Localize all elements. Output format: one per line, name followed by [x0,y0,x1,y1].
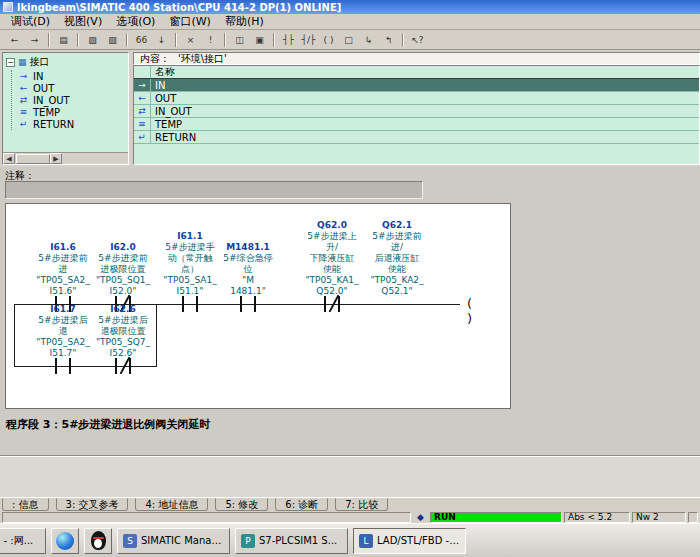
download-icon[interactable]: ↓ [152,31,171,48]
content-header-path: '环境\接口' [178,53,227,64]
contact-nc-icon[interactable]: ┤/├ [299,31,318,48]
output-tab[interactable]: 6: 诊断 [275,498,328,511]
toolbar-separator [273,33,275,47]
taskbar-buttons: SSIMATIC Manag...PS7-PLCSIM1 S...LLAD/ST… [117,528,466,554]
tree-item-in[interactable]: →IN [12,70,128,82]
content-header: 内容： '环境\接口' [133,52,700,65]
output-tab[interactable]: 4: 地址信息 [135,498,208,511]
ladder-contact-no[interactable] [55,358,71,374]
ladder-contact-nc[interactable] [324,296,340,312]
interface-icon: ▦ [18,57,27,67]
interface-tree[interactable]: − ▦ 接口 →IN←OUT⇄IN_OUT≡TEMP↵RETURN ◀ ▶ [2,52,129,165]
column-header-name: 名称 [151,65,175,79]
menu-bar: 调试(D)视图(V)选项(O)窗口(W)帮助(H) [0,14,700,30]
status-spacer [688,512,698,523]
tree-item-in_out[interactable]: ⇄IN_OUT [12,94,128,106]
var-table-body: →IN←OUT⇄IN_OUT≡TEMP↵RETURN [134,79,699,144]
close-branch-icon[interactable]: ↰ [379,31,398,48]
taskbar-button-label: S7-PLCSIM1 S... [259,535,337,546]
var-row-in[interactable]: →IN [134,79,699,92]
scroll-left-icon[interactable]: ◀ [3,153,15,164]
menu-item[interactable]: 帮助(H) [218,14,271,29]
menu-item[interactable]: 调试(D) [4,14,57,29]
temp-param-icon: ≡ [18,107,29,117]
network-indicator: Nw 2 [632,512,686,523]
help-cursor-icon[interactable]: ↖? [408,31,427,48]
tree-item-temp[interactable]: ≡TEMP [12,106,128,118]
var-row-label: IN_OUT [151,106,192,117]
var-row-out[interactable]: ←OUT [134,92,699,105]
network-title: 程序段 3：5#步进梁进退比例阀关闭延时 [6,417,210,432]
abs-indicator: Abs < 5.2 [564,512,630,523]
lad-editor-icon: L [359,534,373,548]
contact-no-icon[interactable]: ┤├ [279,31,298,48]
print-icon[interactable]: ▤ [54,31,73,48]
menu-item[interactable]: 选项(O) [109,14,162,29]
scroll-thumb[interactable] [16,154,50,164]
window-split-icon[interactable]: ◫ [230,31,249,48]
taskbar-button[interactable]: LLAD/STL/FBD - ... [353,528,466,554]
taskbar-button[interactable]: PS7-PLCSIM1 S... [235,528,348,554]
output-tab[interactable]: 7: 比较 [335,498,388,511]
ladder-wire-left-rail [14,304,15,367]
qq-penguin-icon [91,531,106,550]
forward-icon[interactable]: → [25,31,44,48]
plcsim-icon: P [241,534,255,548]
taskbar-button-partial[interactable]: 3 - :网... [0,528,46,554]
ladder-wire-branch [14,366,156,367]
monitor-glasses-icon[interactable]: 66 [132,31,151,48]
output-tab[interactable]: : 信息 [2,498,49,511]
taskbar-button-label: LAD/STL/FBD - ... [377,535,460,546]
ladder-contact-no[interactable] [240,296,256,312]
output-tab[interactable]: 5: 修改 [215,498,268,511]
tree-item-return[interactable]: ↵RETURN [12,118,128,130]
tree-item-out[interactable]: ←OUT [12,82,128,94]
empty-box-icon[interactable]: □ [339,31,358,48]
tree-horizontal-scrollbar[interactable]: ◀ ▶ [3,152,128,164]
var-row-label: RETURN [151,132,196,143]
bottom-tabs: : 信息3: 交叉参考4: 地址信息5: 修改6: 诊断7: 比较 [0,497,700,511]
menu-item[interactable]: 视图(V) [57,14,109,29]
output-tab[interactable]: 3: 交叉参考 [56,498,129,511]
coil-icon[interactable]: ( ) [319,31,338,48]
warning-icon[interactable]: ! [201,31,220,48]
menu-item[interactable]: 窗口(W) [162,14,217,29]
variable-table[interactable]: · 名称 →IN←OUT⇄IN_OUT≡TEMP↵RETURN [133,65,700,165]
output-pane [0,457,700,497]
step7-editor-window: lkingbeam\SIMATIC 400 Station\CPU 414-2 … [0,0,700,557]
return-param-icon: ↵ [18,119,29,129]
qq-icon[interactable] [84,528,112,554]
cpu-run-indicator: RUN [430,512,562,523]
taskbar-button[interactable]: SSIMATIC Manag... [117,528,230,554]
delete-icon[interactable]: × [181,31,200,48]
out-param-icon: ← [18,83,29,93]
window-tile-icon[interactable]: ▣ [250,31,269,48]
ladder-element-label: I62.05#步进梁前进极限位置"TP05_SQ1_I52.0" [88,242,158,297]
content-header-prefix: 内容： [140,53,170,64]
var-row-label: IN [151,80,165,91]
toolbar-separator [224,33,226,47]
var-row-in_out[interactable]: ⇄IN_OUT [134,105,699,118]
open-branch-icon[interactable]: ↳ [359,31,378,48]
tree-root-interface[interactable]: − ▦ 接口 [3,53,128,70]
var-row-label: TEMP [151,119,182,130]
status-bar: ◆ RUN Abs < 5.2 Nw 2 [0,511,700,523]
return-param-icon: ↵ [134,131,151,143]
taskbar-button-label: 3 - :网... [0,534,33,548]
browser-icon[interactable] [51,528,79,554]
ladder-coil[interactable]: ( ) [460,296,482,312]
back-icon[interactable]: ← [5,31,24,48]
comment-field[interactable] [5,181,423,199]
title-bar[interactable]: lkingbeam\SIMATIC 400 Station\CPU 414-2 … [0,0,700,14]
ladder-contact-no[interactable] [182,296,198,312]
var-row-temp[interactable]: ≡TEMP [134,118,699,131]
paste-icon[interactable]: ▨ [103,31,122,48]
var-row-return[interactable]: ↵RETURN [134,131,699,144]
copy-icon[interactable]: ▧ [83,31,102,48]
collapse-icon[interactable]: − [6,58,15,67]
ladder-canvas[interactable]: I61.65#步进梁前进"TP05_SA2_I51.6"I62.05#步进梁前进… [5,203,511,409]
toolbar-separator [402,33,404,47]
ladder-contact-nc[interactable] [115,358,131,374]
scroll-right-icon[interactable]: ▶ [50,153,62,164]
variable-table-header: · 名称 [134,66,699,79]
